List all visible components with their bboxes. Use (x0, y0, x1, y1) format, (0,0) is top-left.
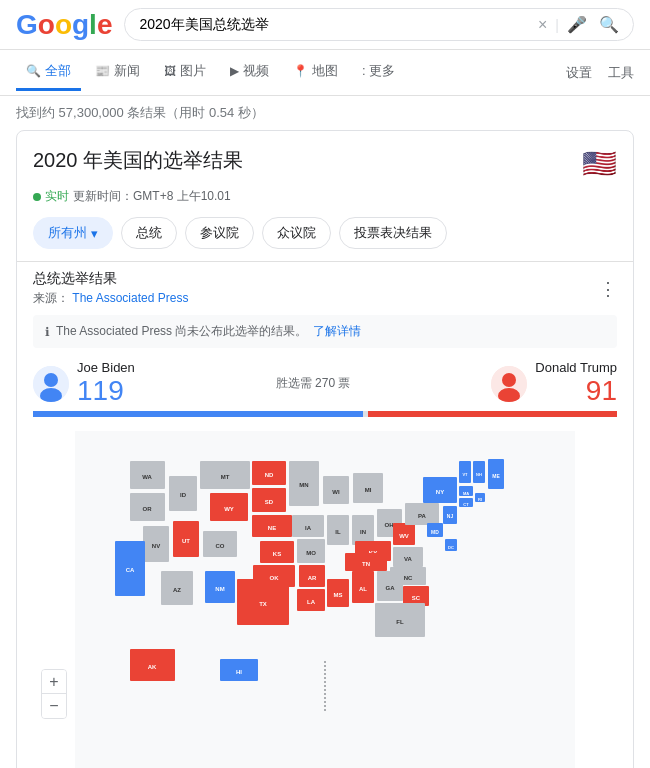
google-logo: Google (16, 9, 112, 41)
tab-senate-label: 参议院 (200, 225, 239, 240)
nav-item-images[interactable]: 🖼 图片 (154, 54, 216, 91)
svg-text:NC: NC (404, 575, 413, 581)
realtime-info: 实时 更新时间：GMT+8 上午10.01 (17, 188, 633, 217)
svg-text:NJ: NJ (447, 513, 454, 519)
all-icon: 🔍 (26, 64, 41, 78)
nav-label-maps: 地图 (312, 62, 338, 80)
more-options-icon[interactable]: ⋮ (599, 278, 617, 300)
tab-ballot-label: 投票表决结果 (354, 225, 432, 240)
search-icon[interactable]: 🔍 (599, 15, 619, 34)
win-threshold: 胜选需 270 票 (276, 375, 351, 392)
biden-name: Joe Biden (77, 360, 135, 375)
section-header: 总统选举结果 来源： The Associated Press ⋮ (17, 261, 633, 315)
svg-text:KS: KS (273, 551, 281, 557)
tab-all-states-label: 所有州 (48, 224, 87, 242)
source-label: 来源： (33, 291, 69, 305)
nav-settings[interactable]: 设置 (566, 64, 592, 82)
biden-electoral-votes: 119 (77, 375, 135, 407)
update-time: 更新时间：GMT+8 上午10.01 (73, 188, 231, 205)
election-card: 2020 年美国的选举结果 🇺🇸 实时 更新时间：GMT+8 上午10.01 所… (16, 130, 634, 768)
svg-text:IN: IN (360, 529, 366, 535)
us-map: WA OR ID MT WY ND SD NE MN (75, 431, 575, 768)
svg-text:TN: TN (362, 561, 370, 567)
svg-text:OH: OH (385, 522, 394, 528)
video-icon: ▶ (230, 64, 239, 78)
trump-name: Donald Trump (535, 360, 617, 375)
zoom-out-button[interactable]: − (42, 694, 66, 718)
nav-label-video: 视频 (243, 62, 269, 80)
tab-ballot[interactable]: 投票表决结果 (339, 217, 447, 249)
svg-point-1 (44, 373, 58, 387)
filter-tabs: 所有州 ▾ 总统 参议院 众议院 投票表决结果 (17, 217, 633, 261)
candidates-bar: Joe Biden 119 胜选需 270 票 Donald Trump 91 (17, 348, 633, 411)
mic-icon[interactable]: 🎤 (567, 15, 587, 34)
nav-item-more[interactable]: : 更多 (352, 54, 405, 91)
tab-house[interactable]: 众议院 (262, 217, 331, 249)
nav-label-all: 全部 (45, 62, 71, 80)
map-container: + − WA OR ID MT WY ND (17, 423, 633, 768)
images-icon: 🖼 (164, 64, 176, 78)
trump-section: Donald Trump 91 (491, 360, 617, 407)
svg-text:CT: CT (463, 502, 469, 507)
svg-text:TX: TX (259, 601, 267, 607)
svg-text:MT: MT (221, 474, 230, 480)
zoom-in-button[interactable]: + (42, 670, 66, 694)
svg-text:CO: CO (216, 543, 225, 549)
clear-icon[interactable]: × (538, 16, 547, 34)
svg-point-4 (502, 373, 516, 387)
svg-text:OK: OK (270, 575, 280, 581)
card-title: 2020 年美国的选举结果 (33, 147, 243, 174)
svg-text:MN: MN (299, 482, 308, 488)
tab-all-states[interactable]: 所有州 ▾ (33, 217, 113, 249)
svg-text:VT: VT (462, 472, 468, 477)
news-icon: 📰 (95, 64, 110, 78)
tab-house-label: 众议院 (277, 225, 316, 240)
svg-text:IL: IL (335, 529, 341, 535)
svg-text:NE: NE (268, 525, 276, 531)
svg-text:GA: GA (386, 585, 396, 591)
svg-text:MA: MA (463, 491, 469, 496)
svg-text:VA: VA (404, 556, 413, 562)
zoom-controls: + − (41, 669, 67, 719)
nav-label-more: : 更多 (362, 62, 395, 80)
svg-text:OR: OR (143, 506, 153, 512)
nav-item-all[interactable]: 🔍 全部 (16, 54, 81, 91)
svg-text:CA: CA (126, 567, 135, 573)
svg-text:NH: NH (476, 472, 482, 477)
tab-senate[interactable]: 参议院 (185, 217, 254, 249)
svg-text:WI: WI (332, 489, 340, 495)
section-title: 总统选举结果 (33, 270, 188, 288)
search-bar[interactable]: × | 🎤 🔍 (124, 8, 634, 41)
tab-president[interactable]: 总统 (121, 217, 177, 249)
svg-text:AK: AK (148, 664, 157, 670)
svg-text:ID: ID (180, 492, 187, 498)
source-link[interactable]: The Associated Press (72, 291, 188, 305)
svg-text:DC: DC (448, 545, 454, 550)
header: Google × | 🎤 🔍 (0, 0, 650, 50)
biden-avatar (33, 366, 69, 402)
svg-text:PA: PA (418, 513, 427, 519)
nav-item-maps[interactable]: 📍 地图 (283, 54, 348, 91)
svg-text:SD: SD (265, 499, 274, 505)
svg-text:AZ: AZ (173, 587, 181, 593)
svg-text:FL: FL (396, 619, 404, 625)
nav-tools[interactable]: 工具 (608, 64, 634, 82)
svg-text:WA: WA (142, 474, 152, 480)
nav-item-news[interactable]: 📰 新闻 (85, 54, 150, 91)
svg-text:MD: MD (431, 529, 439, 535)
trump-electoral-votes: 91 (535, 375, 617, 407)
svg-text:LA: LA (307, 599, 316, 605)
tab-president-label: 总统 (136, 225, 162, 240)
biden-progress (33, 411, 363, 417)
info-icon: ℹ (45, 325, 50, 339)
search-input[interactable] (139, 17, 530, 33)
learn-more-link[interactable]: 了解详情 (313, 323, 361, 340)
ap-notice-text: The Associated Press 尚未公布此选举的结果。 (56, 323, 307, 340)
svg-text:MS: MS (334, 592, 343, 598)
dropdown-arrow-icon: ▾ (91, 226, 98, 241)
svg-text:AL: AL (359, 586, 367, 592)
nav-bar: 🔍 全部 📰 新闻 🖼 图片 ▶ 视频 📍 地图 : 更多 设置 工具 (0, 50, 650, 96)
card-header: 2020 年美国的选举结果 🇺🇸 (17, 131, 633, 188)
nav-item-video[interactable]: ▶ 视频 (220, 54, 279, 91)
results-count: 找到约 57,300,000 条结果（用时 0.54 秒） (0, 96, 650, 130)
